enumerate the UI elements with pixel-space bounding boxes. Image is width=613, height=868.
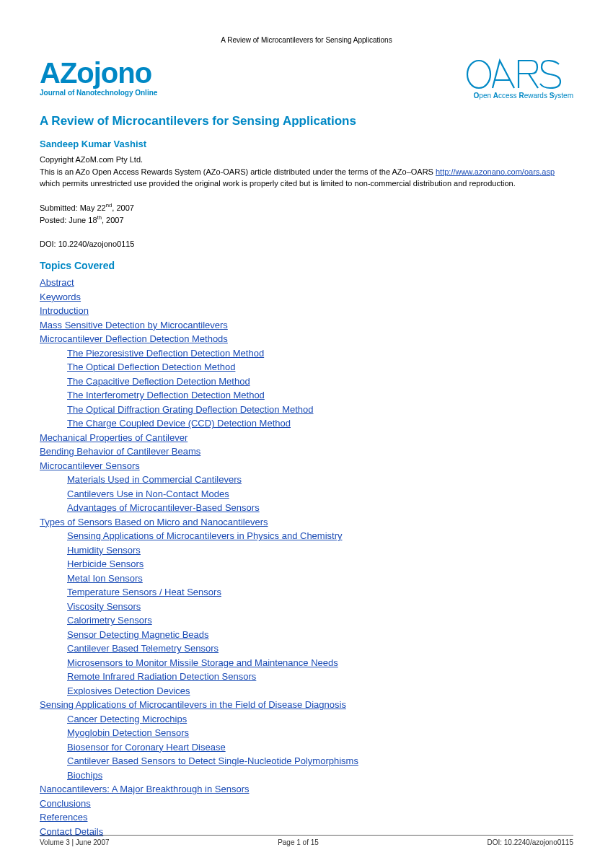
toc-link[interactable]: The Piezoresistive Deflection Detection …: [67, 348, 264, 359]
toc-item: Microsensors to Monitor Missile Storage …: [67, 656, 573, 670]
toc-item: Introduction: [40, 304, 573, 318]
brand-title: AZojono: [40, 58, 157, 87]
toc-item: Cantilevers Use in Non-Contact Modes: [67, 487, 573, 501]
toc-link[interactable]: Cantilever Based Sensors to Detect Singl…: [67, 755, 358, 766]
toc-item: The Charge Coupled Device (CCD) Detectio…: [67, 416, 573, 431]
toc-link[interactable]: Materials Used in Commercial Cantilevers: [67, 474, 242, 485]
toc-link[interactable]: The Optical Diffraction Grating Deflecti…: [67, 404, 314, 415]
author-name: Sandeep Kumar Vashist: [40, 139, 573, 149]
toc-link[interactable]: Mechanical Properties of Cantilever: [40, 432, 188, 443]
toc-link[interactable]: Conclusions: [40, 798, 91, 809]
submitted-line: Submitted: May 22nd, 2007: [40, 201, 573, 214]
toc-item: The Capacitive Deflection Detection Meth…: [67, 374, 573, 389]
toc-item: Explosives Detection Devices: [67, 684, 573, 698]
document-page: A Review of Microcantilevers for Sensing…: [0, 0, 613, 868]
toc-link[interactable]: Mass Sensitive Detection by Microcantile…: [40, 320, 228, 330]
toc-link[interactable]: Viscosity Sensors: [67, 601, 141, 612]
toc-link[interactable]: The Interferometry Deflection Detection …: [67, 390, 265, 400]
toc-link[interactable]: Temperature Sensors / Heat Sensors: [67, 587, 221, 597]
toc-link[interactable]: The Charge Coupled Device (CCD) Detectio…: [67, 418, 291, 429]
oars-subtitle: Open Access Rewards System: [465, 92, 573, 100]
toc-link[interactable]: Microcantilever Deflection Detection Met…: [40, 333, 228, 344]
toc-link[interactable]: Cantilevers Use in Non-Contact Modes: [67, 488, 229, 499]
toc-item: Keywords: [40, 290, 573, 304]
oars-logo: Open Access Rewards System: [465, 58, 573, 100]
running-header: A Review of Microcantilevers for Sensing…: [40, 36, 573, 44]
toc-link[interactable]: Microsensors to Monitor Missile Storage …: [67, 657, 338, 668]
toc-item: Humidity Sensors: [67, 543, 573, 558]
page-footer: Volume 3 | June 2007 Page 1 of 15 DOI: 1…: [40, 835, 573, 846]
toc-item: References: [40, 810, 573, 825]
toc-item: Bending Behavior of Cantilever Beams: [40, 444, 573, 459]
toc-link[interactable]: Biosensor for Coronary Heart Disease: [67, 742, 226, 753]
footer-volume: Volume 3 | June 2007: [40, 838, 110, 846]
toc-link[interactable]: Remote Infrared Radiation Detection Sens…: [67, 671, 256, 682]
toc-link[interactable]: The Capacitive Deflection Detection Meth…: [67, 376, 250, 387]
toc-link[interactable]: Myoglobin Detection Sensors: [67, 727, 189, 738]
svg-point-0: [467, 61, 490, 88]
toc-item: The Optical Diffraction Grating Deflecti…: [67, 403, 573, 417]
toc-item: Microcantilever Deflection Detection Met…: [40, 332, 573, 346]
oars-statement: This is an AZo Open Access Rewards Syste…: [40, 166, 573, 190]
posted-line: Posted: June 18th, 2007: [40, 214, 573, 226]
toc-link[interactable]: Humidity Sensors: [67, 545, 141, 556]
toc-link[interactable]: Bending Behavior of Cantilever Beams: [40, 446, 200, 457]
toc-item: Sensing Applications of Microcantilevers…: [40, 698, 573, 712]
table-of-contents: AbstractKeywordsIntroductionMass Sensiti…: [40, 276, 573, 838]
oars-icon: [465, 58, 573, 90]
toc-link[interactable]: Abstract: [40, 277, 74, 288]
header-row: AZojono Journal of Nanotechnology Online…: [40, 58, 573, 100]
meta-block: Copyright AZoM.com Pty Ltd. This is an A…: [40, 154, 573, 250]
toc-link[interactable]: Introduction: [40, 305, 89, 316]
toc-link[interactable]: Cancer Detecting Microchips: [67, 714, 187, 724]
toc-item: The Piezoresistive Deflection Detection …: [67, 346, 573, 361]
toc-item: Microcantilever Sensors: [40, 459, 573, 473]
footer-page: Page 1 of 15: [278, 838, 319, 846]
doi-line: DOI: 10.2240/azojono0115: [40, 238, 573, 250]
toc-item: Types of Sensors Based on Micro and Nano…: [40, 515, 573, 530]
toc-item: Materials Used in Commercial Cantilevers: [67, 473, 573, 487]
toc-item: Remote Infrared Radiation Detection Sens…: [67, 670, 573, 684]
article-title: A Review of Microcantilevers for Sensing…: [40, 114, 573, 128]
toc-link[interactable]: Calorimetry Sensors: [67, 615, 152, 626]
brand-block: AZojono Journal of Nanotechnology Online: [40, 58, 157, 97]
toc-item: The Interferometry Deflection Detection …: [67, 388, 573, 403]
toc-link[interactable]: Types of Sensors Based on Micro and Nano…: [40, 517, 268, 527]
toc-item: Mechanical Properties of Cantilever: [40, 431, 573, 445]
toc-link[interactable]: Keywords: [40, 291, 81, 302]
oars-link[interactable]: http://www.azonano.com/oars.asp: [436, 167, 555, 176]
toc-link[interactable]: Sensor Detecting Magnetic Beads: [67, 629, 209, 640]
toc-link[interactable]: Sensing Applications of Microcantilevers…: [67, 530, 343, 541]
toc-item: Cantilever Based Sensors to Detect Singl…: [67, 754, 573, 768]
toc-link[interactable]: Explosives Detection Devices: [67, 685, 190, 696]
toc-item: Calorimetry Sensors: [67, 613, 573, 628]
toc-item: Herbicide Sensors: [67, 557, 573, 571]
toc-item: Biosensor for Coronary Heart Disease: [67, 740, 573, 755]
toc-link[interactable]: Microcantilever Sensors: [40, 460, 140, 471]
toc-item: Myoglobin Detection Sensors: [67, 726, 573, 740]
footer-doi: DOI: 10.2240/azojono0115: [487, 838, 573, 846]
toc-item: Cancer Detecting Microchips: [67, 712, 573, 727]
toc-link[interactable]: Metal Ion Sensors: [67, 573, 143, 584]
toc-link[interactable]: Nanocantilevers: A Major Breakthrough in…: [40, 784, 250, 794]
toc-item: The Optical Deflection Detection Method: [67, 360, 573, 374]
toc-item: Mass Sensitive Detection by Microcantile…: [40, 318, 573, 333]
toc-item: Metal Ion Sensors: [67, 571, 573, 586]
copyright-line: Copyright AZoM.com Pty Ltd.: [40, 154, 573, 166]
toc-link[interactable]: Cantilever Based Telemetry Sensors: [67, 643, 219, 654]
topics-heading: Topics Covered: [40, 260, 573, 271]
toc-link[interactable]: Herbicide Sensors: [67, 558, 144, 569]
toc-item: Abstract: [40, 276, 573, 290]
toc-item: Conclusions: [40, 797, 573, 811]
toc-link[interactable]: The Optical Deflection Detection Method: [67, 361, 235, 372]
toc-item: Sensing Applications of Microcantilevers…: [67, 529, 573, 543]
toc-link[interactable]: Sensing Applications of Microcantilevers…: [40, 699, 346, 710]
toc-link[interactable]: References: [40, 812, 87, 823]
toc-item: Cantilever Based Telemetry Sensors: [67, 641, 573, 656]
toc-link[interactable]: Advantages of Microcantilever-Based Sens…: [67, 502, 260, 513]
toc-item: Advantages of Microcantilever-Based Sens…: [67, 501, 573, 515]
toc-item: Viscosity Sensors: [67, 600, 573, 614]
toc-link[interactable]: Biochips: [67, 770, 102, 781]
toc-item: Temperature Sensors / Heat Sensors: [67, 585, 573, 600]
brand-subtitle: Journal of Nanotechnology Online: [40, 89, 157, 97]
